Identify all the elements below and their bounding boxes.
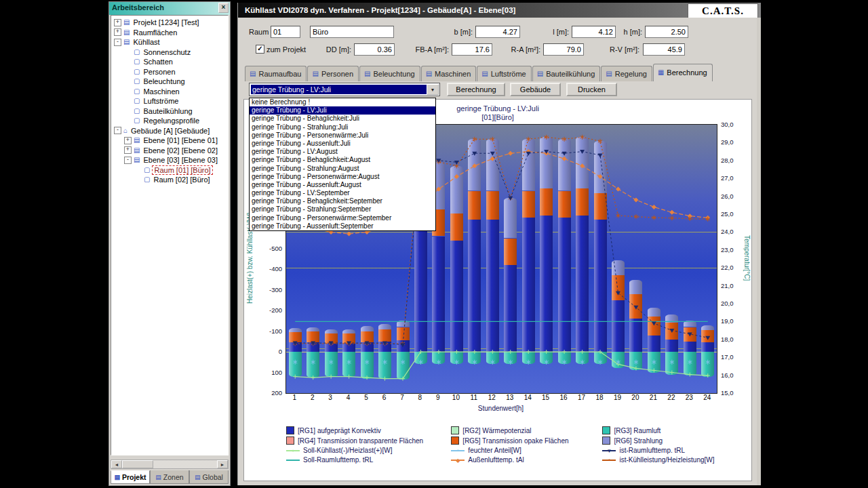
sidebar-tab-projekt[interactable]: ▤Projekt [111,470,150,484]
tree-expander-icon[interactable]: - [124,157,132,164]
axis-tick-label: 2 [311,394,315,401]
dropdown-item[interactable]: geringe Trübung - LV:August [250,148,435,156]
tab-raumaufbau[interactable]: ▤Raumaufbau [245,66,307,81]
scrollbar-track[interactable] [122,460,217,468]
tab-label: Personen [321,70,353,78]
line-marker [562,360,566,365]
tree-item[interactable]: +▤Raumflächen [111,28,228,38]
scroll-left-icon[interactable]: ◄ [111,460,122,468]
calculation-combobox[interactable]: geringe Trübung - LV:Juli ▼ [249,83,440,96]
chevron-down-icon[interactable]: ▼ [427,84,439,95]
tree-item[interactable]: +▤Projekt [1234] [Test] [111,18,228,28]
dropdown-item[interactable]: geringe Trübung - Aussenluft:Juli [250,140,435,148]
dropdown-item[interactable]: geringe Trübung - Strahlung:September [250,205,435,214]
line-marker [616,187,620,192]
raum-nr-field[interactable] [271,26,300,38]
tree-item[interactable]: ▢Regelungsprofile [111,116,228,126]
tree-expander-icon[interactable]: + [124,146,132,154]
legend-item: +Soll-Kühllast(-)/Heizlast(+)[W] [286,447,451,454]
legend-label: Außenlufttemp. tAl [468,456,524,464]
tree-item-label: Schatten [142,58,174,66]
tab-bauteilkühlung[interactable]: ▤Bauteilkühlung [532,66,601,81]
tab-berechnung[interactable]: ▦Berechnung [653,64,713,81]
dropdown-item[interactable]: geringe Trübung - LV:Juli [250,106,435,115]
dropdown-item[interactable]: geringe Trübung - Strahlung:Juli [250,123,435,131]
tree-item[interactable]: ▢Luftströme [111,96,228,106]
window-titlebar[interactable]: Kühllast VDI2078 dyn. Verfahren - Projek… [238,3,761,18]
legend-marker-icon: ▼ [606,447,612,453]
axis-tick-label: 7 [400,394,404,401]
dropdown-item[interactable]: geringe Trübung - Personenwärme:Septembe… [250,214,435,222]
tree-expander-icon[interactable]: + [114,19,121,26]
tree-item[interactable]: ▢Sonnenschutz [111,47,228,58]
dropdown-item[interactable]: geringe Trübung - Personenwärme:Juli [250,131,435,140]
axis-tick-label: 9 [436,394,440,401]
dropdown-item[interactable]: geringe Trübung - Behaglichkeit:August [250,156,435,164]
dropdown-item[interactable]: geringe Trübung - LV:September [250,189,435,197]
legend-line-marker [286,457,300,464]
drucken-button[interactable]: Drucken [566,83,617,96]
tab-label: Berechnung [667,68,707,77]
tree-item[interactable]: ▢Schatten [111,57,228,67]
tab-luftströme[interactable]: ▤Luftströme [477,66,531,81]
axis-tick-label: 200 [271,389,282,396]
axis-tick-label: 23 [686,394,693,401]
tree-item[interactable]: ▢Bauteilkühlung [111,106,228,117]
legend-swatch [602,426,610,434]
tree-item[interactable]: ▢Beleuchtung [111,77,228,87]
tree-item[interactable]: ▢Maschinen [111,87,228,97]
dropdown-item[interactable]: geringe Trübung - Aussenluft:September [250,222,435,230]
scroll-right-icon[interactable]: ► [217,460,228,468]
line-series [295,352,708,379]
b-field[interactable] [475,26,520,38]
tree-item-icon: ▢ [134,108,140,115]
fba-field[interactable] [452,43,492,56]
l-field[interactable] [572,26,616,38]
dd-field[interactable] [354,43,395,56]
tab-regelung[interactable]: ▤Regelung [601,66,652,81]
axis-tick-label: 1 [292,394,296,401]
tree-item[interactable]: -⌂Gebäude [A] [Gebäude] [111,126,228,136]
gebaeude-button[interactable]: Gebäude [510,83,561,96]
tree-item[interactable]: ▢Raum [01] [Büro] [111,165,228,176]
tree-expander-icon[interactable]: - [114,39,121,46]
dropdown-item[interactable]: geringe Trübung - Behaglichkeit:Septembe… [250,197,435,205]
tree-expander-icon[interactable]: + [124,137,132,144]
tree-expander-icon[interactable]: - [114,127,121,134]
axis-tick-label: 29,0 [721,138,734,146]
line-marker [616,214,620,218]
raum-name-field[interactable] [310,26,394,38]
rv-field[interactable] [643,43,685,56]
legend-label: feuchter Anteil[W] [468,447,521,454]
dropdown-item[interactable]: keine Berechnung ! [250,98,435,106]
dropdown-item[interactable]: geringe Trübung - Personenwärme:August [250,173,435,181]
line-marker [688,360,692,365]
line-marker [580,350,585,354]
horizontal-scrollbar[interactable]: ◄ ► [111,460,229,469]
ra-field[interactable] [543,43,584,56]
dropdown-item[interactable]: geringe Trübung - Behaglichkeit:Juli [250,115,435,123]
tree-item[interactable]: ▢Raum [02] [Büro] [111,175,228,185]
tree-item[interactable]: +▤Ebene [02] [Ebene 02] [111,146,228,156]
dropdown-item[interactable]: geringe Trübung - Strahlung:August [250,165,435,173]
sidebar-tab-global[interactable]: ▤Global [189,470,229,484]
line-marker [400,343,405,347]
tab-beleuchtung[interactable]: ▤Beleuchtung [359,66,420,81]
legend-marker-icon: + [292,447,295,453]
h-field[interactable] [645,26,688,38]
line-marker [509,350,513,354]
dropdown-item[interactable]: geringe Trübung - Aussenluft:August [250,181,435,189]
berechnung-button[interactable]: Berechnung [447,83,505,96]
tree-item[interactable]: -▤Ebene [03] [Ebene 03] [111,155,228,165]
tree-item[interactable]: -▤Kühllast [111,37,228,47]
zum-projekt-checkbox[interactable]: ✓ [256,45,264,54]
tree-item-label: Ebene [02] [Ebene 02] [142,146,218,155]
tree-item[interactable]: ▢Personen [111,67,228,77]
scrollbar-thumb[interactable] [122,460,153,468]
tab-personen[interactable]: ▤Personen [307,66,359,81]
tree-expander-icon[interactable]: + [114,28,121,36]
close-icon[interactable]: × [218,3,229,13]
tree-item[interactable]: +▤Ebene [01] [Ebene 01] [111,136,228,146]
tab-maschinen[interactable]: ▤Maschinen [421,66,477,81]
sidebar-tab-zonen[interactable]: ▤Zonen [150,470,189,484]
